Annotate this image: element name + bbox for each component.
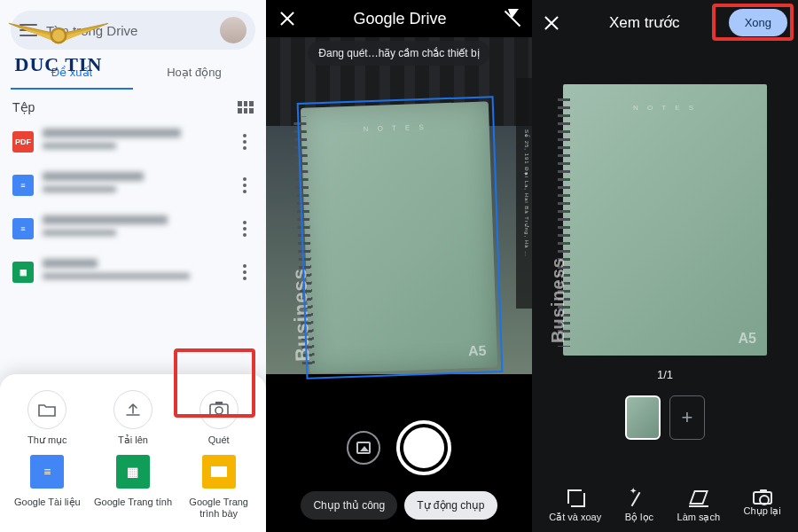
action-upload[interactable]: Tải lên: [93, 390, 174, 446]
camera-icon: [753, 491, 772, 505]
file-item[interactable]: ≡: [5, 207, 261, 250]
sheets-icon: ▦: [116, 455, 150, 489]
close-icon[interactable]: [543, 14, 560, 32]
shutter-button[interactable]: [396, 420, 451, 475]
svg-rect-2: [215, 402, 223, 404]
file-list: PDF ≡ ≡ ▦: [0, 120, 266, 293]
done-button[interactable]: Xong: [729, 9, 787, 36]
image-icon: [356, 442, 371, 454]
gallery-button[interactable]: [347, 431, 380, 465]
layout-grid-icon[interactable]: [238, 101, 254, 113]
tool-clean[interactable]: Làm sạch: [677, 488, 721, 523]
camera-icon: [209, 402, 229, 418]
docs-icon: ≡: [30, 455, 64, 489]
more-icon[interactable]: [236, 134, 254, 150]
tool-filter[interactable]: Bộ lọc: [625, 488, 653, 523]
address-ruler: Số 25, 191 Đại La, Hai Bà Trưng, Hà …: [516, 78, 532, 309]
svg-rect-0: [210, 404, 228, 417]
section-title: Tệp: [12, 100, 35, 114]
pdf-icon: PDF: [12, 131, 34, 153]
tool-crop-rotate[interactable]: Cắt và xoay: [549, 488, 601, 523]
more-icon[interactable]: [236, 177, 254, 193]
flash-off-icon[interactable]: [504, 9, 520, 28]
scan-preview-image[interactable]: N O T E S Business A5: [563, 84, 767, 356]
eraser-icon: [689, 488, 708, 507]
sheet-icon: ▦: [12, 262, 34, 283]
magic-wand-icon: [630, 488, 649, 507]
chip-manual-capture[interactable]: Chụp thủ công: [301, 491, 397, 520]
search-bar[interactable]: Tìm trong Drive: [11, 11, 255, 50]
page-counter: 1/1: [532, 368, 798, 381]
new-item-sheet: Thư mục Tải lên Quét ≡ Google Tài liệu ▦…: [0, 374, 266, 532]
scan-status-toast: Đang quét…hãy cầm chắc thiết bị: [308, 41, 489, 66]
scanner-title: Google Drive: [353, 10, 446, 28]
doc-icon: ≡: [12, 175, 34, 196]
tab-activity[interactable]: Hoạt động: [133, 57, 255, 90]
panel-scanner: Google Drive N O T E S Business A5 Đang …: [266, 0, 532, 532]
tool-retake[interactable]: Chụp lại: [744, 488, 781, 523]
doc-icon: ≡: [12, 218, 34, 239]
action-sheets[interactable]: ▦ Google Trang tính: [93, 452, 174, 520]
more-icon[interactable]: [236, 264, 254, 280]
file-item[interactable]: ▦: [5, 250, 261, 293]
camera-viewfinder: N O T E S Business A5 Đang quét…hãy cầm …: [266, 37, 532, 374]
panel-drive-home: Tìm trong Drive Đề xuất Hoạt động Tệp PD…: [0, 0, 266, 532]
chip-auto-capture[interactable]: Tự động chụp: [404, 491, 497, 520]
close-icon[interactable]: [278, 10, 296, 27]
preview-title: Xem trước: [609, 13, 680, 32]
slides-icon: [202, 455, 236, 489]
svg-point-1: [215, 407, 223, 414]
menu-icon[interactable]: [20, 24, 37, 36]
action-scan[interactable]: Quét: [178, 390, 259, 446]
tab-suggested[interactable]: Đề xuất: [11, 57, 133, 90]
add-page-button[interactable]: +: [669, 395, 705, 440]
file-item[interactable]: PDF: [5, 120, 261, 163]
action-folder[interactable]: Thư mục: [7, 390, 88, 446]
more-icon[interactable]: [236, 221, 254, 237]
search-placeholder: Tìm trong Drive: [46, 23, 211, 38]
file-item[interactable]: ≡: [5, 163, 261, 207]
page-thumbnail[interactable]: [625, 395, 661, 440]
scan-detection-frame: [297, 96, 504, 379]
action-docs[interactable]: ≡ Google Tài liệu: [7, 452, 88, 520]
account-avatar[interactable]: [220, 17, 246, 43]
folder-icon: [38, 403, 56, 417]
action-slides[interactable]: Google Trang trình bày: [178, 452, 259, 520]
panel-preview: Xem trước Xong N O T E S Business A5 1/1…: [532, 0, 798, 532]
crop-rotate-icon: [566, 488, 585, 507]
home-tabs: Đề xuất Hoạt động: [11, 57, 255, 90]
upload-icon: [124, 401, 142, 419]
